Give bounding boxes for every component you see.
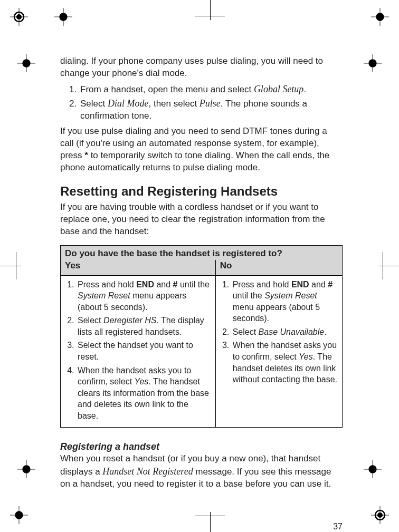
svg-point-0 xyxy=(14,12,24,22)
list-item: From a handset, open the menu and select… xyxy=(79,83,343,96)
registration-mark-icon xyxy=(8,505,30,526)
crop-mark xyxy=(210,512,211,532)
table-cell-no: Press and hold END and # until the Syste… xyxy=(215,275,342,427)
list-item: When the handset asks you to confirm, se… xyxy=(232,340,338,385)
star-key: * xyxy=(84,150,88,160)
registration-mark-icon xyxy=(362,53,383,74)
list-item: When the handset asks you to confirm, se… xyxy=(77,365,211,422)
crop-mark xyxy=(0,266,21,266)
crop-mark xyxy=(378,266,399,266)
registration-mark-icon xyxy=(369,6,391,27)
section-heading-reset: Resetting and Registering Handsets xyxy=(60,183,343,200)
page-content: dialing. If your phone company uses puls… xyxy=(60,55,343,492)
crop-mark xyxy=(210,0,211,20)
list-item: Select Deregister HS. The display lists … xyxy=(77,315,211,337)
list-item: Select Base Unavailable. xyxy=(232,326,338,338)
registration-mark-icon xyxy=(362,459,383,480)
svg-point-14 xyxy=(368,59,376,67)
subheading-registering: Registering a handset xyxy=(60,440,343,453)
registration-mark-icon xyxy=(8,6,30,27)
crop-mark xyxy=(16,252,16,279)
table-header-yes: Yes xyxy=(61,260,216,275)
svg-point-2 xyxy=(16,14,22,20)
list-item: Press and hold END and # until the Syste… xyxy=(232,279,338,324)
dial-mode-steps: From a handset, open the menu and select… xyxy=(60,83,343,122)
registration-mark-icon xyxy=(16,53,37,74)
table-question: Do you have the base the handset is regi… xyxy=(61,245,343,259)
table-header-no: No xyxy=(215,260,342,275)
svg-point-5 xyxy=(59,13,67,21)
registration-mark-icon xyxy=(369,505,391,526)
intro-paragraph: dialing. If your phone company uses puls… xyxy=(60,55,343,80)
svg-point-17 xyxy=(22,465,30,473)
registration-mark-icon xyxy=(16,459,37,480)
svg-point-27 xyxy=(376,511,384,519)
list-item: Press and hold END and # until the Syste… xyxy=(77,279,211,313)
reset-table: Do you have the base the handset is regi… xyxy=(60,245,343,428)
list-item: Select Dial Mode, then select Pulse. The… xyxy=(79,97,343,122)
crop-mark xyxy=(383,252,383,279)
pulse-note: If you use pulse dialing and you need to… xyxy=(60,125,343,174)
registering-paragraph: When you reset a handset (or if you buy … xyxy=(60,453,343,490)
svg-point-8 xyxy=(376,13,384,21)
svg-point-11 xyxy=(22,59,30,67)
svg-point-28 xyxy=(377,512,383,518)
crop-mark xyxy=(195,516,225,516)
svg-point-1 xyxy=(15,13,23,21)
svg-point-23 xyxy=(15,511,23,519)
crop-mark xyxy=(195,16,225,16)
page-number: 37 xyxy=(333,521,343,532)
svg-point-26 xyxy=(375,510,385,520)
list-item: Select the handset you want to reset. xyxy=(77,340,211,362)
table-cell-yes: Press and hold END and # until the Syste… xyxy=(61,275,216,427)
registration-mark-icon xyxy=(53,6,74,27)
svg-point-20 xyxy=(368,465,376,473)
reset-intro: If you are having trouble with a cordles… xyxy=(60,201,343,238)
